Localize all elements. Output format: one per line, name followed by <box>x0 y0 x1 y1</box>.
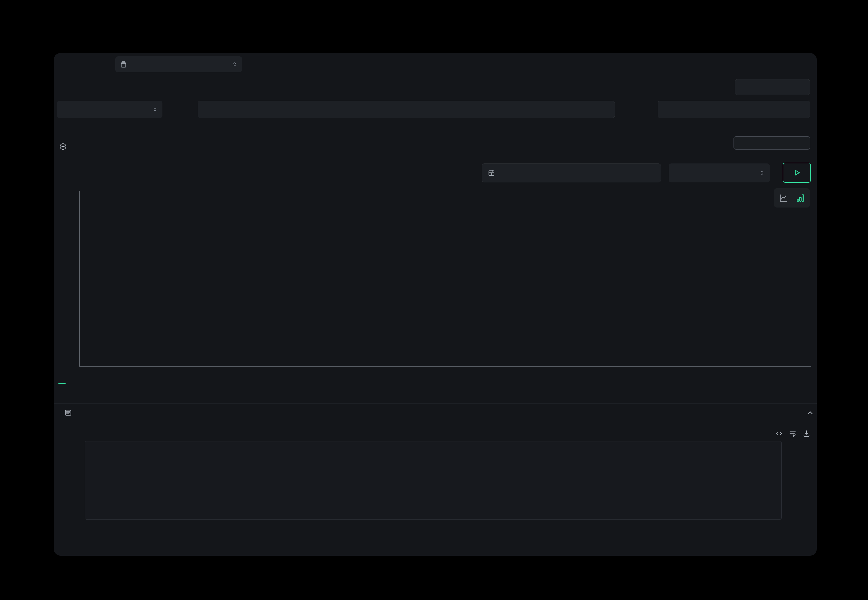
screen <box>0 0 868 600</box>
section-divider <box>54 139 817 139</box>
chart-type-toolbar <box>774 188 810 208</box>
events-header <box>64 409 78 417</box>
wrap-text-icon[interactable] <box>789 429 797 438</box>
group-by-input[interactable] <box>662 106 805 114</box>
run-query-button[interactable] <box>783 163 811 183</box>
plus-circle-icon <box>59 142 67 151</box>
chevron-updown-icon <box>151 106 158 113</box>
play-icon <box>792 168 801 177</box>
query-builder-card <box>54 53 817 556</box>
calendar-icon <box>488 169 495 177</box>
add-series-button[interactable] <box>59 139 71 154</box>
alias-divider <box>54 87 709 87</box>
code-icon[interactable] <box>775 429 783 438</box>
set-number-format-button[interactable] <box>733 136 810 150</box>
alias-input[interactable] <box>740 83 805 91</box>
chevron-updown-icon <box>759 170 765 176</box>
expanded-event-attributes-panel <box>85 441 782 520</box>
event-list-icon <box>64 409 72 417</box>
search-input[interactable] <box>204 106 599 114</box>
group-by-field <box>657 101 810 118</box>
collapse-chevron-icon[interactable] <box>806 409 815 417</box>
data-source-select[interactable] <box>115 56 242 72</box>
chevron-updown-icon <box>231 61 238 68</box>
time-range-picker[interactable] <box>482 164 661 182</box>
bar-chart-plot <box>79 191 812 366</box>
x-axis <box>79 366 811 367</box>
logs-icon <box>120 60 127 68</box>
events-divider <box>54 403 817 403</box>
line-chart-icon[interactable] <box>778 193 789 203</box>
table-toolbar <box>775 427 810 439</box>
events-column-headers <box>54 427 817 439</box>
legend-swatch <box>58 383 65 384</box>
search-field <box>198 101 615 118</box>
download-icon[interactable] <box>803 429 810 438</box>
aggregate-select[interactable] <box>57 101 162 118</box>
bar-chart-icon[interactable] <box>795 193 806 203</box>
granularity-select[interactable] <box>669 164 770 182</box>
chart-legend <box>58 383 70 384</box>
alias-field <box>735 79 810 95</box>
